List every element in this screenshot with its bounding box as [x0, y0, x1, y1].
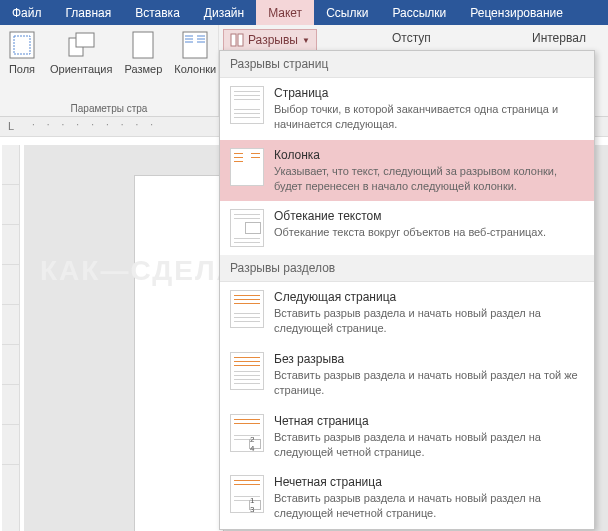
menu-item-page-break[interactable]: Страница Выбор точки, в которой заканчив…: [220, 78, 594, 140]
continuous-icon: [230, 352, 264, 390]
breaks-icon: [230, 33, 244, 47]
tab-home[interactable]: Главная: [54, 0, 124, 25]
menu-item-title: Страница: [274, 86, 584, 100]
menu-item-title: Четная страница: [274, 414, 584, 428]
indent-group-label: Отступ: [392, 31, 431, 45]
size-icon: [127, 29, 159, 61]
tab-mailings[interactable]: Рассылки: [380, 0, 458, 25]
orientation-label: Ориентация: [50, 63, 112, 76]
orientation-icon: [65, 29, 97, 61]
tab-review[interactable]: Рецензирование: [458, 0, 575, 25]
menu-item-desc: Указывает, что текст, следующий за разры…: [274, 164, 584, 194]
page-setup-group-label: Параметры стра: [0, 101, 218, 116]
margins-button[interactable]: Поля: [0, 27, 44, 101]
breaks-dropdown-menu: Разрывы страниц Страница Выбор точки, в …: [219, 50, 595, 530]
menu-item-desc: Выбор точки, в которой заканчивается одн…: [274, 102, 584, 132]
tab-insert[interactable]: Вставка: [123, 0, 192, 25]
menu-item-even-page[interactable]: 2 4 Четная страница Вставить разрыв разд…: [220, 406, 594, 468]
ribbon-group-page-setup: Поля Ориентация Размер Колонки: [0, 25, 219, 116]
column-break-icon: [230, 148, 264, 186]
text-wrapping-icon: [230, 209, 264, 247]
page-break-icon: [230, 86, 264, 124]
tab-file[interactable]: Файл: [0, 0, 54, 25]
menu-item-continuous[interactable]: Без разрыва Вставить разрыв раздела и на…: [220, 344, 594, 406]
dropdown-header-section-breaks: Разрывы разделов: [220, 255, 594, 282]
menu-item-column-break[interactable]: Колонка Указывает, что текст, следующий …: [220, 140, 594, 202]
columns-icon: [179, 29, 211, 61]
orientation-button[interactable]: Ориентация: [44, 27, 118, 101]
menu-item-desc: Обтекание текста вокруг объектов на веб-…: [274, 225, 584, 240]
svg-rect-4: [133, 32, 153, 58]
size-button[interactable]: Размер: [118, 27, 168, 101]
margins-icon: [6, 29, 38, 61]
svg-rect-3: [76, 33, 94, 47]
tab-design[interactable]: Дизайн: [192, 0, 256, 25]
tab-references[interactable]: Ссылки: [314, 0, 380, 25]
even-page-icon: 2 4: [230, 414, 264, 452]
even-badge: 2 4: [249, 439, 261, 449]
spacing-group-label: Интервал: [532, 31, 586, 45]
ruler-ticks: ·········: [32, 119, 153, 130]
svg-rect-12: [231, 34, 236, 46]
menu-item-desc: Вставить разрыв раздела и начать новый р…: [274, 430, 584, 460]
dropdown-header-page-breaks: Разрывы страниц: [220, 51, 594, 78]
next-page-icon: [230, 290, 264, 328]
odd-badge: 1 3: [249, 500, 261, 510]
menu-item-odd-page[interactable]: 1 3 Нечетная страница Вставить разрыв ра…: [220, 467, 594, 529]
menu-item-title: Следующая страница: [274, 290, 584, 304]
margins-label: Поля: [9, 63, 35, 76]
odd-page-icon: 1 3: [230, 475, 264, 513]
chevron-down-icon: ▼: [302, 36, 310, 45]
ribbon-tabs: Файл Главная Вставка Дизайн Макет Ссылки…: [0, 0, 608, 25]
menu-item-title: Нечетная страница: [274, 475, 584, 489]
svg-rect-13: [238, 34, 243, 46]
menu-item-next-page[interactable]: Следующая страница Вставить разрыв разде…: [220, 282, 594, 344]
menu-item-title: Без разрыва: [274, 352, 584, 366]
vertical-ruler[interactable]: [2, 145, 20, 531]
breaks-label: Разрывы: [248, 33, 298, 47]
menu-item-desc: Вставить разрыв раздела и начать новый р…: [274, 306, 584, 336]
document-page: [134, 175, 224, 531]
menu-item-text-wrapping[interactable]: Обтекание текстом Обтекание текста вокру…: [220, 201, 594, 255]
columns-label: Колонки: [174, 63, 216, 76]
size-label: Размер: [124, 63, 162, 76]
tab-layout[interactable]: Макет: [256, 0, 314, 25]
menu-item-title: Обтекание текстом: [274, 209, 584, 223]
breaks-dropdown-button[interactable]: Разрывы ▼: [223, 29, 317, 51]
menu-item-desc: Вставить разрыв раздела и начать новый р…: [274, 491, 584, 521]
columns-button[interactable]: Колонки: [168, 27, 222, 101]
menu-item-desc: Вставить разрыв раздела и начать новый р…: [274, 368, 584, 398]
ruler-corner: L: [8, 120, 14, 132]
menu-item-title: Колонка: [274, 148, 584, 162]
